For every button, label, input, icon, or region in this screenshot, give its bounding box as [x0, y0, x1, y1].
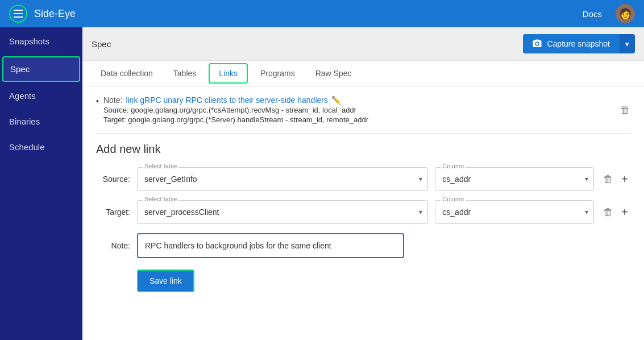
edit-icon[interactable]: ✏️ [331, 96, 341, 105]
save-link-button[interactable]: Save link [137, 269, 194, 292]
target-column-wrapper: Column cs_addr ▾ [435, 200, 594, 224]
content-area: • Note: link gRPC unary RPC clients to t… [82, 86, 644, 340]
add-link-section: Add new link Source: Select table server… [96, 143, 630, 292]
link-note: Note: link gRPC unary RPC clients to the… [103, 96, 616, 105]
capture-snapshot-button[interactable]: Capture snapshot [523, 34, 619, 53]
add-source-button[interactable]: + [619, 171, 630, 188]
tab-data-collection[interactable]: Data collection [92, 63, 162, 85]
sidebar-item-schedule[interactable]: Schedule [0, 134, 82, 160]
source-table-label: Select table [143, 163, 178, 169]
note-input-wrapper [137, 233, 404, 258]
source-column-wrapper: Column cs_addr ▾ [435, 167, 594, 191]
link-item: • Note: link gRPC unary RPC clients to t… [96, 96, 630, 124]
note-form-label: Note: [96, 241, 130, 250]
sidebar-item-binaries[interactable]: Binaries [0, 109, 82, 134]
source-row: Source: Select table server_GetInfo ▾ Co… [96, 167, 630, 191]
target-column-select[interactable]: cs_addr [435, 200, 594, 224]
save-row: Save link [96, 269, 630, 292]
spec-title: Spec [92, 39, 111, 49]
target-label: Target: [96, 208, 130, 217]
layout: Snapshots Spec Agents Binaries Schedule … [0, 27, 644, 340]
tab-tables[interactable]: Tables [164, 63, 205, 85]
note-text: link gRPC unary RPC clients to their ser… [126, 96, 328, 105]
tab-raw-spec[interactable]: Raw Spec [306, 63, 361, 85]
docs-link[interactable]: Docs [583, 9, 602, 19]
note-prefix: Note: [103, 96, 122, 105]
delete-target-button[interactable]: 🗑 [601, 204, 616, 221]
app-title: Side-Eye [34, 8, 576, 20]
sidebar-item-agents[interactable]: Agents [0, 83, 82, 109]
sidebar: Snapshots Spec Agents Binaries Schedule [0, 27, 82, 340]
tab-links[interactable]: Links [209, 63, 248, 84]
source-table-wrapper: Select table server_GetInfo ▾ [137, 167, 428, 191]
add-target-button[interactable]: + [619, 204, 630, 221]
add-link-title: Add new link [96, 143, 630, 156]
camera-icon [532, 39, 542, 49]
note-row: Note: [96, 233, 630, 258]
delete-link-icon[interactable]: 🗑 [620, 104, 630, 116]
link-details: Note: link gRPC unary RPC clients to the… [103, 96, 616, 124]
tabs-bar: Data collection Tables Links Programs Ra… [82, 61, 644, 86]
main-content: Spec Capture snapshot ▾ Data collection … [82, 27, 644, 340]
spec-header: Spec Capture snapshot ▾ [82, 27, 644, 61]
target-row: Target: Select table server_processClien… [96, 200, 630, 224]
target-table-wrapper: Select table server_processClient ▾ [137, 200, 428, 224]
source-column-label: Column [441, 163, 466, 169]
top-nav: Side-Eye Docs 🧑 [0, 0, 644, 27]
source-label: Source: [96, 175, 130, 184]
source-column-select[interactable]: cs_addr [435, 167, 594, 191]
sidebar-item-spec[interactable]: Spec [2, 56, 80, 82]
target-table-select[interactable]: server_processClient [137, 200, 428, 224]
tab-programs[interactable]: Programs [251, 63, 304, 85]
note-input[interactable] [137, 233, 404, 258]
source-row-actions: 🗑 + [601, 171, 630, 188]
avatar[interactable]: 🧑 [616, 4, 635, 23]
target-column-label: Column [441, 196, 466, 202]
link-source: Source: google.golang.org/grpc.(*csAttem… [103, 106, 616, 114]
menu-button[interactable] [9, 5, 27, 23]
target-table-label: Select table [143, 196, 178, 202]
source-table-select[interactable]: server_GetInfo [137, 167, 428, 191]
link-target: Target: google.golang.org/grpc.(*Server)… [103, 115, 616, 124]
capture-btn-group: Capture snapshot ▾ [523, 34, 635, 53]
capture-snapshot-dropdown[interactable]: ▾ [619, 34, 635, 53]
target-row-actions: 🗑 + [601, 204, 630, 221]
delete-source-button[interactable]: 🗑 [601, 171, 616, 188]
sidebar-item-snapshots[interactable]: Snapshots [0, 27, 82, 55]
divider [96, 133, 630, 134]
bullet: • [96, 97, 99, 106]
